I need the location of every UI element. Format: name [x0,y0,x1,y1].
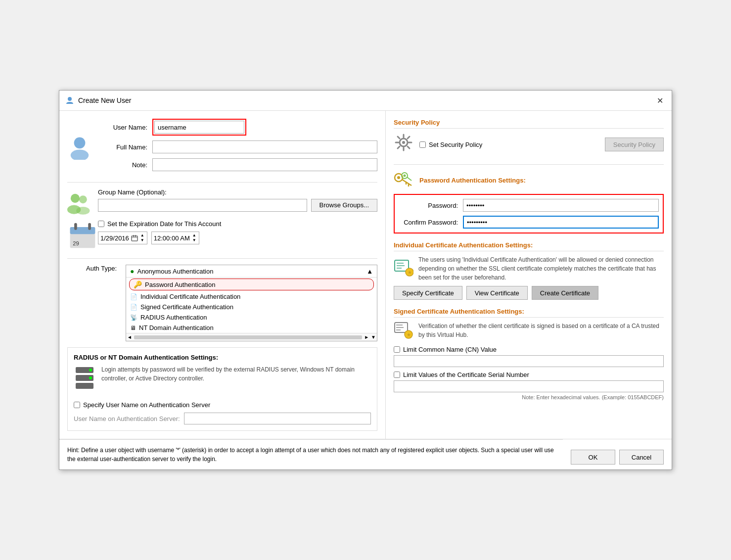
set-security-policy-checkbox[interactable] [419,141,426,148]
auth-label: Auth Type: [67,265,122,341]
auth-item-password-label: Password Authentication [145,281,215,288]
username-label: User Name: [98,124,152,131]
specify-certificate-button[interactable]: Specify Certificate [394,286,462,300]
serial-note: Note: Enter hexadecimal values. (Example… [394,394,664,400]
keys-icon [394,171,413,190]
cn-input[interactable] [394,355,664,367]
dropdown-arrow-icon: ▲ [366,268,373,275]
dialog-title: Create New User [78,96,131,104]
scroll-left-icon[interactable]: ◄ [127,334,132,340]
auth-item-individual-cert[interactable]: 📄 Individual Certificate Authentication [126,291,377,302]
radius-specify-checkbox[interactable] [74,402,80,408]
fullname-input[interactable] [152,140,377,153]
cn-checkbox-row: Limit Common Name (CN) Value [394,346,664,353]
group-input[interactable] [98,199,307,212]
note-row: Note: [98,158,377,171]
confirm-pwd-row: Confirm Password: [399,216,659,229]
auth-item-radius-label: RADIUS Authentication [140,314,207,321]
bottom-area: Hint: Define a user object with username… [59,439,672,469]
date-spinner[interactable]: ▲ ▼ [140,233,145,243]
hint-text: Hint: Define a user object with username… [67,446,555,464]
confirm-pwd-label: Confirm Password: [399,219,463,226]
dropdown-down-arrow[interactable]: ▼ [371,334,376,340]
svg-line-28 [398,137,400,139]
cert-icon: ★ [394,259,413,279]
expiry-section: 29 Set the Expiration Date for This Acco… [67,220,377,252]
scroll-right-icon[interactable]: ► [364,334,369,340]
time-input[interactable]: 12:00:00 AM ▲ ▼ [151,232,199,244]
cert-header: ★ The users using 'Individual Certificat… [394,255,664,282]
pwd-fields-border: Password: Confirm Password: [394,194,664,233]
signed-header: ★ Verification of whether the client cer… [394,322,664,341]
cert-icon-2: 📄 [130,304,137,311]
pwd-label: Password: [399,202,463,209]
serial-checkbox[interactable] [394,372,400,378]
svg-rect-8 [70,227,95,234]
svg-point-20 [89,376,92,379]
serial-input[interactable] [394,380,664,392]
group-label: Group Name (Optional): [98,188,377,197]
date-down-arrow[interactable]: ▼ [140,238,145,243]
signed-options: Limit Common Name (CN) Value Limit Value… [394,346,664,400]
username-row: User Name: [98,119,377,136]
auth-item-nt-label: NT Domain Authentication [139,324,214,331]
group-section: Group Name (Optional): Browse Groups... [67,188,377,215]
svg-line-29 [408,146,410,148]
scroll-track[interactable] [134,335,362,339]
date-up-arrow[interactable]: ▲ [140,233,145,238]
auth-item-nt-domain[interactable]: 🖥 NT Domain Authentication [126,323,377,333]
pwd-header: Password Authentication Settings: [394,171,664,190]
right-panel: Security Policy [386,111,672,439]
auth-item-password[interactable]: 🔑 Password Authentication [129,279,374,290]
radius-row: Login attempts by password will be verif… [74,365,371,396]
fullname-row: Full Name: [98,140,377,153]
svg-point-0 [68,97,72,101]
auth-item-signed-cert[interactable]: 📄 Signed Certificate Authentication [126,302,377,312]
password-input[interactable] [463,199,659,212]
svg-point-19 [89,369,92,372]
action-buttons: OK Cancel [563,445,672,469]
svg-rect-12 [132,236,137,241]
auth-item-individual-cert-label: Individual Certificate Authentication [140,293,240,300]
individual-cert-desc: The users using 'Individual Certificate … [418,255,664,282]
svg-text:★: ★ [407,332,411,337]
group-fields: Group Name (Optional): Browse Groups... [98,188,377,212]
confirm-password-input[interactable] [463,216,659,229]
view-certificate-button[interactable]: View Certificate [466,286,528,300]
radius-username-input[interactable] [184,413,371,424]
svg-rect-15 [135,235,136,237]
username-input[interactable] [154,121,244,134]
time-down-arrow[interactable]: ▼ [192,238,197,243]
ok-button[interactable]: OK [571,450,615,465]
svg-rect-10 [88,223,91,230]
auth-top-item[interactable]: ● Anonymous Authentication ▲ [126,265,377,278]
cert-icon-1: 📄 [130,293,137,300]
auth-item-radius[interactable]: 📡 RADIUS Authentication [126,312,377,323]
cancel-button[interactable]: Cancel [619,450,664,465]
date-input[interactable]: 1/29/2016 ▲ ▼ [98,232,147,244]
create-certificate-button[interactable]: Create Certificate [532,286,598,300]
browse-groups-button[interactable]: Browse Groups... [311,199,377,212]
time-up-arrow[interactable]: ▲ [192,233,197,238]
svg-line-34 [402,180,411,186]
signed-cert-svg: ★ [394,322,413,339]
title-bar-left: Create New User [65,96,131,105]
keys-svg [394,171,413,188]
radius-desc-area: Login attempts by password will be verif… [101,365,371,383]
serial-checkbox-row: Limit Values of the Certificate Serial N… [394,371,664,378]
cn-checkbox[interactable] [394,346,400,353]
group-name-label: Group Name (Optional): [98,188,167,196]
create-new-user-dialog: Create New User ✕ User Name: [59,90,672,470]
expiry-checkbox[interactable] [98,221,104,227]
close-button[interactable]: ✕ [654,94,666,106]
security-policy-button[interactable]: Security Policy [605,138,664,151]
username-section: User Name: Full Name: Note: [67,119,377,176]
radius-title: RADIUS or NT Domain Authentication Setti… [74,354,371,361]
separator2 [67,258,377,259]
server-icon [74,365,95,396]
note-input[interactable] [152,158,377,171]
time-spinner[interactable]: ▲ ▼ [192,233,197,243]
auth-dropdown[interactable]: ● Anonymous Authentication ▲ 🔑 Password … [126,265,377,341]
svg-rect-9 [74,223,77,230]
separator1 [67,182,377,183]
